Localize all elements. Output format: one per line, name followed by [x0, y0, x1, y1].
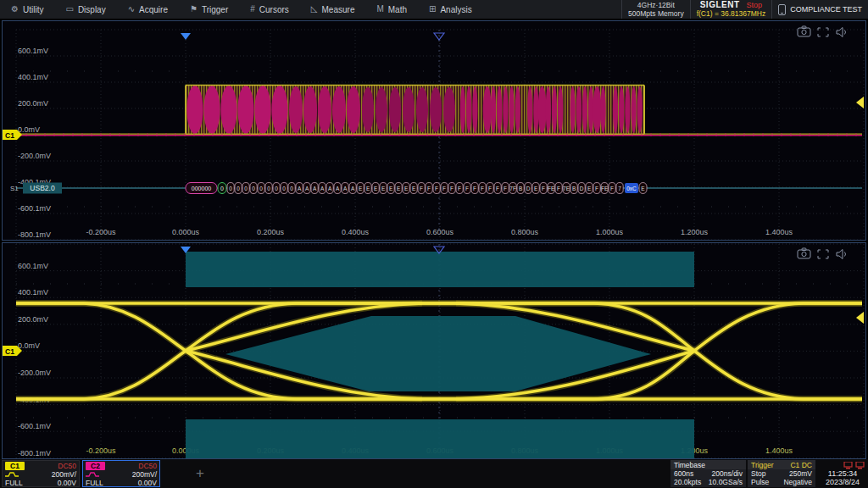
brand-logo: SIGLENT [700, 1, 740, 9]
svg-text:E: E [587, 186, 592, 191]
svg-text:-200.0mV: -200.0mV [18, 152, 51, 160]
menu-item-utility[interactable]: ⚙Utility [0, 0, 54, 19]
menu-item-label: Analysis [440, 5, 471, 14]
timebase-samplerate: 10.0GSa/s [709, 478, 743, 486]
svg-text:A: A [298, 186, 302, 191]
svg-text:7: 7 [618, 186, 621, 191]
channel-offset: 0.00V [58, 479, 76, 487]
menu-item-label: Measure [322, 5, 355, 14]
svg-text:E: E [397, 186, 401, 191]
add-channel-button[interactable]: + [191, 464, 209, 483]
svg-text:S1: S1 [10, 185, 19, 192]
menu-item-cursors[interactable]: #Cursors [239, 0, 300, 19]
trigger-type: Pulse [751, 478, 769, 486]
header-status-area: 4GHz·12Bit 500Mpts Memory SIGLENT Stop f… [621, 0, 868, 19]
plot-corner-tools[interactable] [798, 248, 846, 259]
svg-text:600.1mV: 600.1mV [18, 47, 48, 55]
trigger-level-marker[interactable] [856, 97, 864, 108]
timebase-panel[interactable]: Timebase 600ns 200ns/div 20.0kpts 10.0GS… [670, 460, 746, 487]
sound-icon[interactable] [837, 28, 846, 37]
trigger-position-markers[interactable] [181, 33, 444, 40]
svg-text:F: F [595, 186, 598, 191]
svg-text:C1: C1 [5, 347, 14, 356]
sound-icon[interactable] [837, 250, 846, 259]
trigger-panel[interactable]: Trigger C1 DC Stop 250mV Pulse Negative [748, 460, 815, 487]
clock-panel: 11:25:34 2023/8/24 [817, 460, 868, 487]
menu-item-analysis[interactable]: ⊞Analysis [418, 0, 483, 19]
clock-time: 11:25:34 [828, 469, 857, 478]
bandwidth-label: 4GHz·12Bit [637, 1, 675, 9]
svg-text:0: 0 [282, 186, 286, 191]
lan-status-icons[interactable] [843, 462, 868, 469]
menu-item-label: Cursors [259, 5, 289, 14]
y-axis-labels: 600.1mV400.1mV200.0mV0.0mV-200.0mV-400.1… [18, 262, 51, 458]
svg-text:F: F [442, 186, 446, 191]
svg-text:F: F [542, 186, 545, 191]
waveform-glyph-icon [5, 471, 19, 478]
channel-descriptor-c1[interactable]: C1DC50200mV/FULL0.00V [2, 460, 80, 487]
svg-text:D: D [580, 186, 584, 191]
timebase-scale: 200ns/div [712, 469, 743, 478]
svg-text:0: 0 [244, 186, 248, 191]
eye-diagram-plot[interactable]: 600.1mV400.1mV200.0mV0.0mV-200.0mV-400.1… [2, 242, 866, 459]
svg-text:F: F [504, 186, 507, 191]
svg-text:C1: C1 [5, 131, 14, 140]
plot-corner-tools[interactable] [798, 26, 846, 37]
menu-item-measure[interactable]: ◺Measure [300, 0, 366, 19]
svg-text:200.0mV: 200.0mV [18, 99, 48, 108]
svg-text:-200.0mV: -200.0mV [18, 369, 51, 377]
svg-text:E: E [366, 186, 370, 191]
menu-item-trigger[interactable]: ⚑Trigger [179, 0, 239, 19]
channel-offset: 0.00V [138, 479, 157, 487]
svg-text:0: 0 [259, 186, 263, 191]
svg-text:0.400us: 0.400us [342, 228, 370, 236]
menu-item-acquire[interactable]: ∿Acquire [117, 0, 179, 19]
svg-text:1.400us: 1.400us [765, 228, 793, 236]
menu-items: ⚙Utility▭Display∿Acquire⚑Trigger#Cursors… [0, 0, 483, 19]
menu-item-display[interactable]: ▭Display [54, 0, 116, 19]
svg-text:7E: 7E [563, 186, 570, 191]
svg-text:B: B [519, 186, 522, 191]
svg-text:0.600us: 0.600us [426, 228, 454, 236]
svg-text:F: F [496, 186, 499, 191]
top-waveform-plot[interactable]: 600.1mV400.1mV200.0mV0.0mV-200.0mV-400.1… [2, 20, 866, 241]
channel-scale: 200mV/ [52, 470, 76, 479]
compliance-mask [186, 252, 694, 458]
svg-text:F: F [465, 186, 469, 191]
camera-icon[interactable] [798, 26, 810, 36]
baseline-traces [16, 134, 862, 136]
channel-chip: C2 [86, 462, 105, 470]
svg-text:FE: FE [601, 186, 609, 191]
menu-item-math[interactable]: MMath [365, 0, 418, 19]
channel-descriptor-c2[interactable]: C2DC50200mV/FULL0.00V [82, 460, 160, 487]
svg-text:7F: 7F [509, 186, 516, 191]
svg-text:F: F [427, 186, 431, 191]
svg-text:-0.200us: -0.200us [86, 446, 116, 455]
expand-icon[interactable] [818, 250, 828, 258]
trigger-slope: Negative [783, 478, 812, 486]
math-icon: M [376, 5, 383, 14]
svg-text:E: E [534, 186, 538, 191]
svg-text:0: 0 [229, 186, 232, 191]
svg-text:F: F [610, 186, 614, 191]
gear-icon: ⚙ [11, 5, 19, 14]
frequency-counter: f(C1) = 36.81367MHz [697, 9, 766, 18]
svg-text:-0.200us: -0.200us [86, 228, 116, 236]
svg-text:A: A [320, 186, 325, 191]
svg-text:0: 0 [267, 186, 270, 191]
waveform-glyph-icon [86, 471, 99, 478]
trigger-position-marker[interactable] [181, 33, 191, 40]
compliance-test-button[interactable]: COMPLIANCE TEST [771, 0, 868, 19]
menu-item-label: Math [388, 5, 407, 14]
compliance-test-label: COMPLIANCE TEST [790, 5, 862, 14]
usb-packet-burst-waveform [186, 86, 644, 135]
trigger-level-marker[interactable] [856, 312, 864, 324]
svg-text:B: B [572, 186, 576, 191]
camera-icon[interactable] [798, 248, 810, 258]
lan-icon [855, 462, 865, 469]
svg-text:0xC: 0xC [626, 186, 637, 191]
channel-coupling: DC50 [138, 462, 157, 470]
y-axis-labels: 600.1mV400.1mV200.0mV0.0mV-200.0mV-400.1… [18, 47, 51, 239]
device-icon [778, 4, 786, 15]
trigger-level: 250mV [789, 469, 812, 478]
